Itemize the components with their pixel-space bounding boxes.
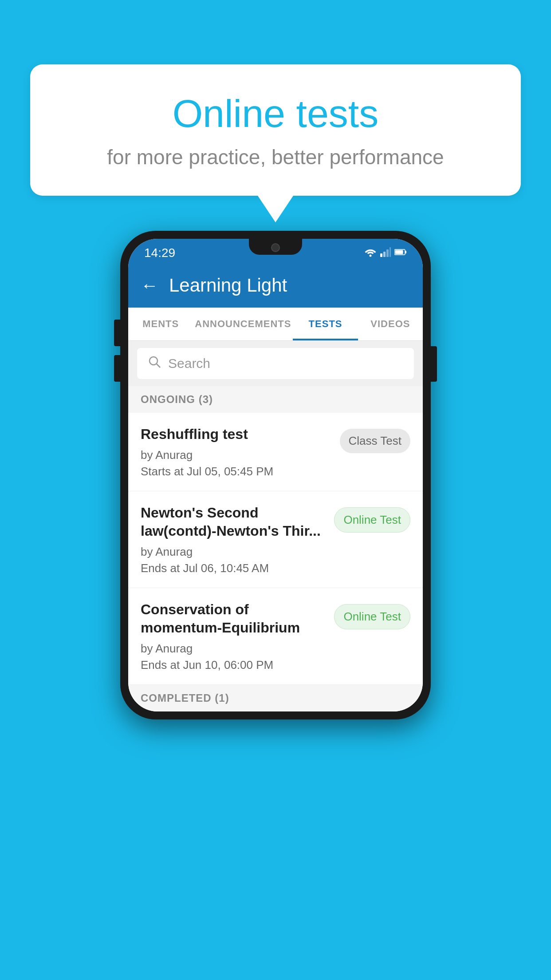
tabs-container: MENTS ANNOUNCEMENTS TESTS VIDEOS bbox=[128, 308, 423, 341]
search-bar[interactable]: Search bbox=[137, 348, 414, 379]
test-badge-conservation: Online Test bbox=[334, 604, 410, 629]
phone-camera bbox=[271, 243, 280, 252]
speech-bubble: Online tests for more practice, better p… bbox=[30, 64, 521, 196]
test-badge-reshuffling: Class Test bbox=[340, 429, 410, 453]
ongoing-label: ONGOING (3) bbox=[141, 393, 213, 405]
svg-rect-3 bbox=[386, 249, 389, 257]
search-container: Search bbox=[128, 341, 423, 386]
svg-rect-7 bbox=[405, 251, 406, 253]
phone-mockup: 14:29 bbox=[120, 231, 431, 719]
test-info-conservation: Conservation of momentum-Equilibrium by … bbox=[141, 601, 327, 672]
test-author-reshuffling: by Anurag bbox=[141, 448, 333, 462]
svg-rect-4 bbox=[390, 247, 391, 257]
speech-bubble-container: Online tests for more practice, better p… bbox=[30, 64, 521, 222]
phone-screen: 14:29 bbox=[128, 239, 423, 711]
svg-point-0 bbox=[370, 254, 372, 257]
svg-rect-2 bbox=[383, 252, 386, 257]
battery-icon bbox=[394, 249, 407, 257]
tab-videos[interactable]: VIDEOS bbox=[358, 308, 423, 340]
wifi-icon bbox=[364, 247, 377, 259]
tab-ments[interactable]: MENTS bbox=[128, 308, 193, 340]
signal-icon bbox=[380, 247, 391, 259]
test-item-reshuffling[interactable]: Reshuffling test by Anurag Starts at Jul… bbox=[128, 413, 423, 491]
test-badge-newtons: Online Test bbox=[334, 507, 410, 533]
app-bar: ← Learning Light bbox=[128, 263, 423, 308]
speech-bubble-title: Online tests bbox=[66, 91, 485, 136]
search-icon bbox=[148, 355, 161, 372]
completed-label: COMPLETED (1) bbox=[141, 692, 229, 704]
test-title-reshuffling: Reshuffling test bbox=[141, 425, 333, 444]
speech-bubble-subtitle: for more practice, better performance bbox=[66, 145, 485, 169]
test-info-reshuffling: Reshuffling test by Anurag Starts at Jul… bbox=[141, 425, 333, 478]
status-icons bbox=[364, 247, 407, 259]
ongoing-section-header: ONGOING (3) bbox=[128, 386, 423, 413]
phone-outer-frame: 14:29 bbox=[120, 231, 431, 719]
test-title-conservation: Conservation of momentum-Equilibrium bbox=[141, 601, 327, 637]
test-date-newtons: Ends at Jul 06, 10:45 AM bbox=[141, 561, 327, 575]
svg-point-8 bbox=[150, 357, 157, 365]
phone-inner-frame: 14:29 bbox=[128, 239, 423, 711]
test-title-newtons: Newton's Second law(contd)-Newton's Thir… bbox=[141, 504, 327, 541]
app-bar-title: Learning Light bbox=[169, 275, 287, 296]
speech-bubble-arrow bbox=[258, 196, 293, 222]
test-date-conservation: Ends at Jun 10, 06:00 PM bbox=[141, 658, 327, 672]
test-item-conservation[interactable]: Conservation of momentum-Equilibrium by … bbox=[128, 588, 423, 685]
tab-tests[interactable]: TESTS bbox=[293, 308, 358, 340]
back-arrow-button[interactable]: ← bbox=[141, 276, 158, 296]
test-info-newtons: Newton's Second law(contd)-Newton's Thir… bbox=[141, 504, 327, 575]
svg-rect-6 bbox=[395, 250, 403, 254]
phone-notch bbox=[249, 239, 302, 255]
tab-announcements[interactable]: ANNOUNCEMENTS bbox=[193, 308, 293, 340]
svg-line-9 bbox=[157, 364, 160, 368]
completed-section-header: COMPLETED (1) bbox=[128, 685, 423, 711]
status-time: 14:29 bbox=[144, 246, 175, 260]
svg-rect-1 bbox=[380, 253, 382, 257]
test-date-reshuffling: Starts at Jul 05, 05:45 PM bbox=[141, 465, 333, 478]
test-item-newtons[interactable]: Newton's Second law(contd)-Newton's Thir… bbox=[128, 491, 423, 588]
search-input-placeholder: Search bbox=[168, 356, 210, 371]
test-author-newtons: by Anurag bbox=[141, 545, 327, 559]
test-author-conservation: by Anurag bbox=[141, 642, 327, 656]
